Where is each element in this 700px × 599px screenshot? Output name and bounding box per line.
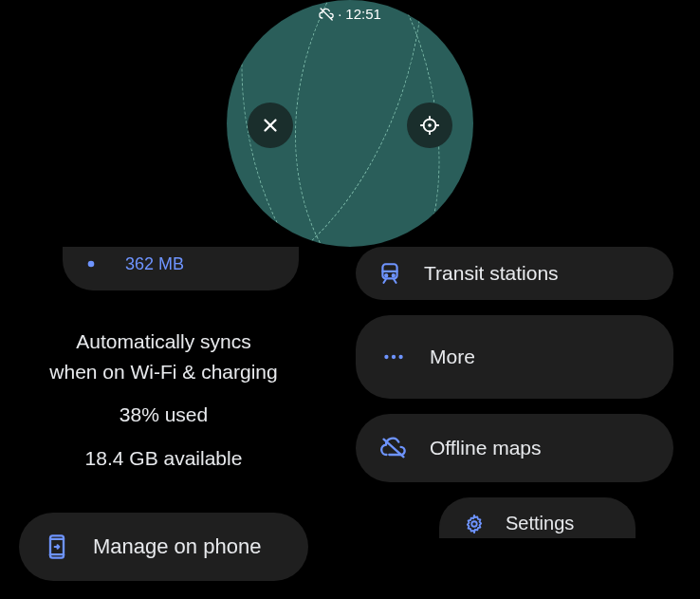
manage-on-phone-label: Manage on phone [93, 533, 261, 560]
used-percent: 38% used [19, 400, 308, 430]
svg-point-16 [393, 274, 395, 276]
locate-button[interactable] [407, 103, 452, 148]
svg-point-20 [392, 355, 396, 359]
manage-on-phone-button[interactable]: Manage on phone [19, 513, 308, 581]
svg-point-21 [398, 355, 402, 359]
close-button[interactable] [248, 103, 293, 148]
svg-point-9 [88, 261, 95, 268]
offline-maps-label: Offline maps [430, 437, 542, 459]
storage-size-label: 362 MB [125, 254, 184, 274]
cloud-off-icon [380, 435, 407, 461]
transit-stations-label: Transit stations [424, 262, 559, 285]
settings-label: Settings [506, 513, 574, 534]
available-storage: 18.4 GB available [19, 443, 308, 474]
status-time: 12:51 [345, 6, 381, 22]
svg-point-19 [384, 355, 388, 359]
svg-line-18 [394, 280, 396, 283]
sync-info-line2: when on Wi-Fi & charging [19, 357, 308, 387]
phone-export-icon [44, 533, 70, 560]
svg-point-23 [471, 521, 477, 527]
watch-face-map: · 12:51 [227, 0, 473, 247]
download-circle-icon [78, 251, 104, 277]
close-icon [260, 115, 281, 136]
sync-info-line1: Automatically syncs [19, 327, 308, 357]
offline-maps-item[interactable]: Offline maps [356, 414, 673, 482]
more-horizontal-icon [380, 344, 407, 370]
gear-icon [464, 514, 485, 534]
transit-stations-item[interactable]: Transit stations [356, 247, 673, 300]
status-separator: · [338, 6, 341, 22]
locate-icon [419, 115, 440, 136]
status-bar: · 12:51 [319, 6, 381, 22]
svg-point-15 [385, 274, 387, 276]
more-item[interactable]: More [356, 315, 673, 399]
cloud-off-icon [319, 7, 334, 22]
settings-item[interactable]: Settings [439, 497, 636, 538]
more-label: More [430, 346, 475, 368]
svg-point-4 [429, 124, 431, 126]
svg-line-17 [384, 280, 386, 283]
transit-icon [377, 260, 403, 287]
storage-item[interactable]: 362 MB [63, 247, 299, 290]
